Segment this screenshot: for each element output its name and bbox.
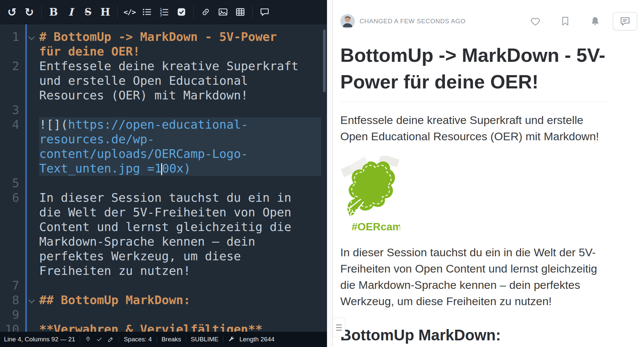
line-number: 2 [0,59,24,103]
oercamp-logo-image: #OERcamp [340,156,606,234]
code-text: In dieser Session tauchst du ein in die … [39,190,321,278]
line-number: 10 [0,322,24,332]
fold-gutter [24,103,39,117]
line-number: 7 [0,278,24,293]
toolbar-separator [193,6,194,18]
editor-line-2[interactable]: 2Entfessele deine kreative Superkraft un… [0,59,327,103]
image-icon[interactable] [214,2,232,22]
code-segment: In dieser Session tauchst du ein in die … [39,191,298,278]
md-p: In dieser Session tauchst du ein in die … [340,244,606,309]
fold-gutter [24,176,39,190]
code-segment: **Verwahren & Vervielfältigen** [39,322,263,332]
fold-gutter [24,307,39,322]
statusbar-separator [223,336,223,343]
preview-topbar: CHANGED A FEW SECONDS AGO [333,0,644,31]
pane-divider[interactable] [327,0,333,347]
comment-icon[interactable] [256,2,273,22]
italic-icon[interactable]: I [62,2,79,22]
line-number: 4 [0,117,24,176]
editor-line-3[interactable]: 3 [0,103,327,117]
strikethrough-icon[interactable]: S [79,2,97,22]
divider-grip[interactable] [333,318,345,337]
avatar[interactable] [340,14,355,29]
spaces-setting[interactable]: Spaces: 4 [124,336,152,343]
statusbar-separator [157,336,157,343]
statusbar-separator [80,336,80,343]
preview-action-icons [530,16,601,27]
ordered-list-icon[interactable]: 123 [156,2,173,22]
editor-line-4[interactable]: 4![](https://open-educational-resources.… [0,117,327,176]
editor-statusbar: Line 4, Columns 92 — 21Spaces: 4BreaksSU… [0,332,327,347]
code-segment: # BottomUp -> MarkDown - 5V-Power für de… [39,30,284,58]
markdown-editor-app: ↺↻BISH</>123 1# BottomUp -> MarkDown - 5… [0,0,644,347]
table-icon[interactable] [232,2,249,22]
editor-line-6[interactable]: 6In dieser Session tauchst du ein in die… [0,190,327,278]
preview-pane: CHANGED A FEW SECONDS AGO BottomUp -> Ma… [333,0,644,347]
md-h2: BottomUp MarkDown: [340,326,606,347]
heart-icon[interactable] [530,16,541,27]
bell-icon[interactable] [590,16,601,27]
fold-gutter [24,117,39,176]
undo-icon[interactable]: ↺ [3,2,21,22]
md-p: Entfessele deine kreative Superkraft und… [340,112,606,145]
editor-line-9[interactable]: 9 [0,307,327,322]
code-text: ![](https://open-educational-resources.d… [39,117,321,176]
md-h1: BottomUp -> MarkDown - 5V-Power für dein… [340,42,606,102]
code-text: **Verwahren & Vervielfältigen** [39,322,321,332]
keymap-setting[interactable]: SUBLIME [191,336,218,343]
editor-toolbar: ↺↻BISH</>123 [0,0,327,24]
fold-gutter [24,30,39,59]
editor-content[interactable]: 1# BottomUp -> MarkDown - 5V-Power für d… [0,24,327,332]
editor-lines: 1# BottomUp -> MarkDown - 5V-Power für d… [0,30,327,332]
cursor-position: Line 4, Columns 92 — 21 [4,336,75,343]
code-text [39,176,321,190]
bullet-list-icon[interactable] [138,2,156,22]
redo-icon[interactable]: ↻ [21,2,38,22]
editor-scrollbar[interactable] [323,30,326,92]
statusbar-separator [119,336,119,343]
fold-chevron-icon[interactable] [28,297,35,303]
pin-icon[interactable] [85,336,91,343]
fold-gutter [24,190,39,278]
markdown-preview: BottomUp -> MarkDown - 5V-Power für dein… [333,31,606,347]
line-number: 1 [0,30,24,59]
editor-line-8[interactable]: 8## BottomUp MarkDown: [0,293,327,307]
bookmark-icon[interactable] [560,16,571,27]
task-list-icon[interactable] [173,2,190,22]
wrench-icon[interactable] [228,336,235,343]
code-segment: ## BottomUp MarkDown: [39,293,190,307]
code-segment: Entfessele deine kreative Superkraft und… [39,59,306,102]
changed-timestamp: CHANGED A FEW SECONDS AGO [360,18,466,25]
check-icon[interactable] [96,336,103,343]
svg-text:3: 3 [160,13,162,17]
code-icon[interactable]: </> [121,2,138,22]
toolbar-separator [252,6,253,18]
editor-line-10[interactable]: 10**Verwahren & Vervielfältigen** [0,322,327,332]
line-number: 8 [0,293,24,307]
fold-gutter [24,322,39,332]
editor-line-1[interactable]: 1# BottomUp -> MarkDown - 5V-Power für d… [0,30,327,59]
editor-line-7[interactable]: 7 [0,278,327,293]
code-text: # BottomUp -> MarkDown - 5V-Power für de… [39,30,321,59]
code-text: Entfessele deine kreative Superkraft und… [39,59,321,103]
code-text [39,278,321,293]
code-text: ## BottomUp MarkDown: [39,293,321,307]
doc-length: Length 2644 [239,336,274,343]
fold-gutter [24,293,39,307]
line-number: 3 [0,103,24,117]
logo-caption: #OERcamp [352,221,400,233]
link-icon[interactable] [197,2,214,22]
pen-icon[interactable] [107,336,114,343]
comment-button[interactable] [613,12,637,31]
line-number: 9 [0,307,24,322]
code-text [39,103,321,117]
fold-gutter [24,278,39,293]
code-text [39,307,321,322]
fold-gutter [24,59,39,103]
editor-line-5[interactable]: 5 [0,176,327,190]
heading-icon[interactable]: H [97,2,114,22]
breaks-setting[interactable]: Breaks [161,336,181,343]
bold-icon[interactable]: B [45,2,62,22]
line-number: 6 [0,190,24,278]
fold-chevron-icon[interactable] [28,34,35,40]
